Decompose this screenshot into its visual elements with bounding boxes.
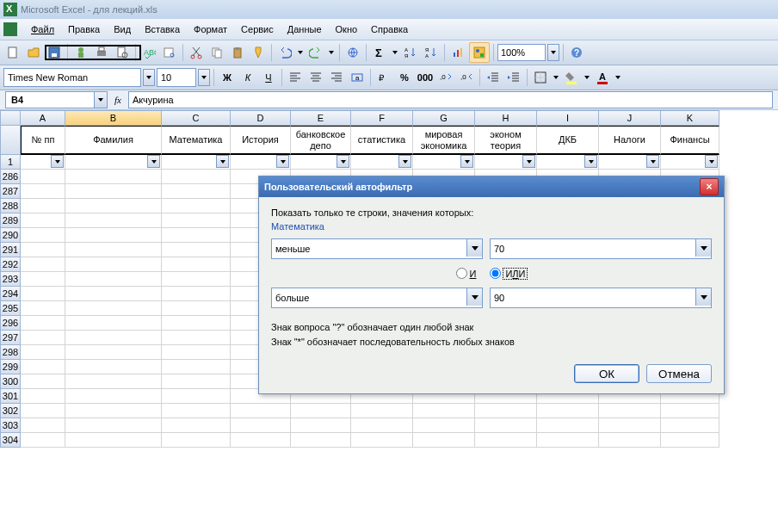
chart-wizard-icon[interactable] <box>448 43 467 62</box>
column-header[interactable]: J <box>599 110 661 126</box>
font-name-dropdown-icon[interactable] <box>143 69 155 86</box>
cell[interactable] <box>65 170 162 184</box>
cell[interactable] <box>162 184 231 199</box>
hyperlink-icon[interactable] <box>343 43 362 62</box>
cell[interactable] <box>162 374 231 389</box>
underline-icon[interactable]: Ч <box>259 68 278 87</box>
merge-center-icon[interactable]: a <box>348 68 367 87</box>
cell[interactable] <box>599 418 661 433</box>
row-header[interactable]: 296 <box>0 316 21 331</box>
row-header[interactable]: 300 <box>0 374 21 389</box>
cell[interactable] <box>21 389 65 404</box>
menu-insert[interactable]: Вставка <box>138 22 187 37</box>
cell[interactable] <box>413 418 475 433</box>
borders-icon[interactable] <box>531 68 550 87</box>
filter-cell[interactable] <box>599 155 661 170</box>
cut-icon[interactable] <box>187 43 206 62</box>
print-preview-icon[interactable] <box>113 43 132 62</box>
filter-cell[interactable] <box>65 155 162 170</box>
filter-dropdown-icon[interactable] <box>460 155 473 168</box>
new-icon[interactable] <box>3 43 22 62</box>
format-painter-icon[interactable] <box>249 43 268 62</box>
comma-style-icon[interactable]: 000 <box>416 68 435 87</box>
ok-button[interactable]: ОК <box>574 364 639 383</box>
row-header[interactable]: 301 <box>0 389 21 404</box>
permission-icon[interactable] <box>71 43 90 62</box>
print-icon[interactable] <box>92 43 111 62</box>
zoom-dropdown-icon[interactable] <box>547 44 559 61</box>
borders-dropdown-icon[interactable] <box>552 68 560 87</box>
condition2-operator-combo[interactable]: больше <box>271 288 483 308</box>
cell[interactable] <box>661 418 719 433</box>
row-header[interactable]: 298 <box>0 345 21 360</box>
paste-icon[interactable] <box>228 43 247 62</box>
table-header-cell[interactable]: эконом теория <box>475 126 537 155</box>
fill-color-dropdown-icon[interactable] <box>583 68 591 87</box>
cell[interactable] <box>162 301 231 316</box>
row-header[interactable]: 294 <box>0 287 21 301</box>
cell[interactable] <box>162 404 231 418</box>
fx-icon[interactable]: fx <box>114 95 121 105</box>
cell[interactable] <box>162 331 231 345</box>
cell[interactable] <box>65 331 162 345</box>
autosum-dropdown-icon[interactable] <box>391 43 399 62</box>
cell[interactable] <box>162 433 231 448</box>
increase-decimal-icon[interactable]: ,0 <box>436 68 455 87</box>
row-header[interactable]: 304 <box>0 433 21 448</box>
bold-icon[interactable]: Ж <box>218 68 237 87</box>
menu-help[interactable]: Справка <box>364 22 415 37</box>
cell[interactable] <box>65 199 162 213</box>
font-size-dropdown-icon[interactable] <box>198 69 210 86</box>
menu-data[interactable]: Данные <box>281 22 329 37</box>
filter-cell[interactable] <box>351 155 413 170</box>
column-header[interactable]: F <box>351 110 413 126</box>
cell[interactable] <box>65 418 162 433</box>
filter-cell[interactable] <box>162 155 231 170</box>
column-header[interactable]: K <box>661 110 719 126</box>
cell[interactable] <box>231 433 291 448</box>
cell[interactable] <box>21 316 65 331</box>
row-header[interactable]: 287 <box>0 184 21 199</box>
cell[interactable] <box>21 272 65 287</box>
column-header[interactable]: G <box>413 110 475 126</box>
radio-or[interactable]: ИЛИ <box>490 268 527 279</box>
row-header[interactable]: 297 <box>0 331 21 345</box>
select-all-corner[interactable] <box>0 110 21 126</box>
cell[interactable] <box>162 360 231 374</box>
research-icon[interactable] <box>160 43 179 62</box>
filter-cell[interactable] <box>21 155 65 170</box>
table-header-cell[interactable]: статистика <box>351 126 413 155</box>
cell[interactable] <box>21 301 65 316</box>
cell[interactable] <box>65 301 162 316</box>
cell[interactable] <box>537 433 599 448</box>
column-header[interactable]: D <box>231 110 291 126</box>
cell[interactable] <box>21 184 65 199</box>
cell[interactable] <box>21 243 65 257</box>
menu-view[interactable]: Вид <box>107 22 138 37</box>
table-header-cell[interactable]: История <box>231 126 291 155</box>
cell[interactable] <box>21 287 65 301</box>
row-header[interactable]: 291 <box>0 243 21 257</box>
menu-format[interactable]: Формат <box>187 22 234 37</box>
row-header[interactable]: 302 <box>0 404 21 418</box>
increase-indent-icon[interactable] <box>504 68 523 87</box>
cell[interactable] <box>291 418 351 433</box>
cell[interactable] <box>21 404 65 418</box>
filter-dropdown-icon[interactable] <box>584 155 597 168</box>
table-header-cell[interactable]: Фамилия <box>65 126 162 155</box>
cell[interactable] <box>475 433 537 448</box>
column-header[interactable]: B <box>65 110 162 126</box>
currency-icon[interactable]: ₽ <box>374 68 393 87</box>
filter-dropdown-icon[interactable] <box>646 155 659 168</box>
column-header[interactable]: E <box>291 110 351 126</box>
table-header-cell[interactable]: Финансы <box>661 126 719 155</box>
cell[interactable] <box>21 257 65 272</box>
drawing-icon[interactable] <box>469 42 490 63</box>
font-color-dropdown-icon[interactable] <box>614 68 622 87</box>
column-header[interactable]: A <box>21 110 65 126</box>
chevron-down-icon[interactable] <box>695 239 711 257</box>
condition2-value-combo[interactable]: 90 <box>490 288 712 308</box>
dialog-title-bar[interactable]: Пользовательский автофильтр × <box>259 176 724 197</box>
cell[interactable] <box>65 389 162 404</box>
row-header[interactable]: 299 <box>0 360 21 374</box>
